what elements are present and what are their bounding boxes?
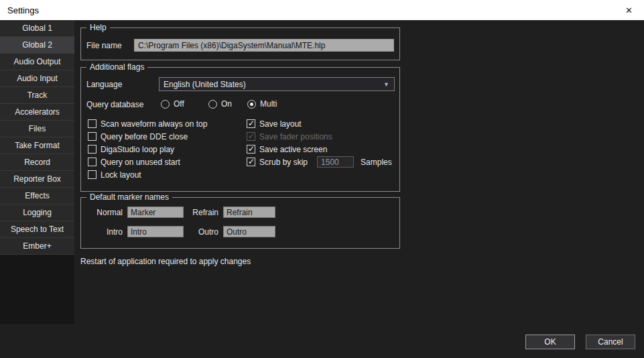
radio-circle — [161, 100, 170, 109]
query-database-label: Query database — [86, 100, 143, 109]
settings-content: Help File name Additional flags Language… — [74, 20, 644, 358]
sidebar: Global 1 Global 2 Audio Output Audio Inp… — [0, 20, 74, 324]
title-bar: Settings ✕ — [0, 0, 644, 20]
sidebar-item-global-1[interactable]: Global 1 — [0, 20, 74, 37]
radio-circle — [208, 100, 217, 109]
sidebar-item-speech-to-text[interactable]: Speech to Text — [0, 221, 74, 238]
radio-label: On — [221, 99, 232, 109]
checkbox-digastudio-loop-play[interactable]: DigaStudio loop play — [88, 145, 207, 154]
window-title: Settings — [7, 5, 39, 15]
marker-intro-label: Intro — [86, 227, 123, 237]
checkbox-box — [247, 158, 255, 166]
default-marker-names-group: Default marker names Normal Refrain Intr… — [80, 197, 400, 249]
checkbox-box — [88, 170, 96, 179]
checkbox-query-before-dde-close[interactable]: Query before DDE close — [88, 132, 207, 141]
sidebar-item-track[interactable]: Track — [0, 87, 74, 104]
marker-refrain-input[interactable] — [223, 206, 275, 218]
radio-query-on[interactable]: On — [208, 99, 232, 109]
language-label: Language — [86, 80, 122, 89]
restart-note: Restart of application required to apply… — [80, 257, 251, 266]
sidebar-item-ember[interactable]: Ember+ — [0, 238, 74, 255]
flags-right-column: Save layout Save fader positions Save ac… — [247, 119, 392, 170]
radio-query-off[interactable]: Off — [161, 99, 184, 109]
checkbox-scrub-by-skip[interactable]: Scrub by skip Samples — [247, 158, 392, 166]
radio-query-multi[interactable]: Multi — [247, 99, 277, 109]
checkbox-label: DigaStudio loop play — [101, 145, 174, 154]
checkbox-save-layout[interactable]: Save layout — [247, 119, 392, 128]
checkbox-box — [247, 132, 255, 141]
help-group-legend: Help — [86, 23, 110, 33]
sidebar-item-audio-input[interactable]: Audio Input — [0, 70, 74, 87]
sidebar-item-record[interactable]: Record — [0, 154, 74, 171]
checkbox-label: Query before DDE close — [101, 132, 188, 141]
sidebar-item-reporter-box[interactable]: Reporter Box — [0, 171, 74, 188]
radio-label: Off — [174, 99, 184, 109]
checkbox-box — [88, 119, 96, 128]
marker-outro-label: Outro — [190, 227, 218, 237]
default-marker-names-legend: Default marker names — [86, 192, 172, 202]
checkbox-label: Lock layout — [101, 170, 141, 180]
language-select[interactable]: English (United States) ▼ — [159, 77, 395, 91]
sidebar-item-audio-output[interactable]: Audio Output — [0, 54, 74, 70]
checkbox-box — [88, 158, 96, 166]
checkbox-scan-waveform-always-on-top[interactable]: Scan waveform always on top — [88, 119, 207, 128]
marker-row-2: Intro Outro — [86, 226, 275, 237]
marker-normal-label: Normal — [86, 208, 123, 217]
checkbox-save-fader-positions: Save fader positions — [247, 132, 392, 141]
checkbox-box — [88, 145, 96, 154]
marker-outro-input[interactable] — [223, 226, 275, 237]
marker-refrain-label: Refrain — [190, 208, 218, 217]
sidebar-item-effects[interactable]: Effects — [0, 188, 74, 204]
sidebar-item-files[interactable]: Files — [0, 121, 74, 137]
sidebar-item-logging[interactable]: Logging — [0, 204, 74, 221]
cancel-button[interactable]: Cancel — [586, 335, 635, 349]
marker-row-1: Normal Refrain — [86, 206, 275, 218]
checkbox-box — [247, 145, 255, 154]
close-icon[interactable]: ✕ — [614, 0, 644, 20]
checkbox-label: Scrub by skip — [259, 158, 308, 167]
samples-unit-label: Samples — [361, 158, 392, 167]
ok-button[interactable]: OK — [525, 335, 575, 349]
settings-dialog: Settings ✕ Global 1 Global 2 Audio Outpu… — [0, 0, 644, 358]
scrub-samples-input[interactable] — [317, 156, 354, 168]
checkbox-label: Scan waveform always on top — [101, 119, 207, 129]
file-name-label: File name — [86, 41, 122, 50]
checkbox-save-active-screen[interactable]: Save active screen — [247, 145, 392, 154]
checkbox-query-on-unused-start[interactable]: Query on unused start — [88, 158, 207, 166]
file-name-input[interactable] — [134, 39, 394, 52]
help-group: Help File name — [80, 27, 400, 60]
checkbox-label: Save active screen — [259, 145, 327, 154]
checkbox-lock-layout[interactable]: Lock layout — [88, 170, 207, 179]
checkbox-box — [88, 132, 96, 141]
additional-flags-group: Additional flags Language English (Unite… — [80, 67, 400, 192]
sidebar-item-global-2[interactable]: Global 2 — [0, 37, 74, 54]
marker-intro-input[interactable] — [127, 226, 184, 237]
additional-flags-legend: Additional flags — [86, 62, 147, 72]
marker-normal-input[interactable] — [127, 206, 184, 218]
radio-label: Multi — [260, 99, 277, 109]
radio-circle — [247, 100, 256, 109]
checkbox-label: Save fader positions — [259, 132, 332, 141]
chevron-down-icon: ▼ — [383, 81, 389, 88]
checkbox-label: Query on unused start — [101, 158, 180, 167]
flags-left-column: Scan waveform always on top Query before… — [88, 119, 207, 183]
checkbox-label: Save layout — [259, 119, 302, 129]
language-selected-value: English (United States) — [164, 80, 246, 89]
checkbox-box — [247, 119, 255, 128]
sidebar-item-accelerators[interactable]: Accelerators — [0, 104, 74, 121]
sidebar-item-take-format[interactable]: Take Format — [0, 137, 74, 154]
